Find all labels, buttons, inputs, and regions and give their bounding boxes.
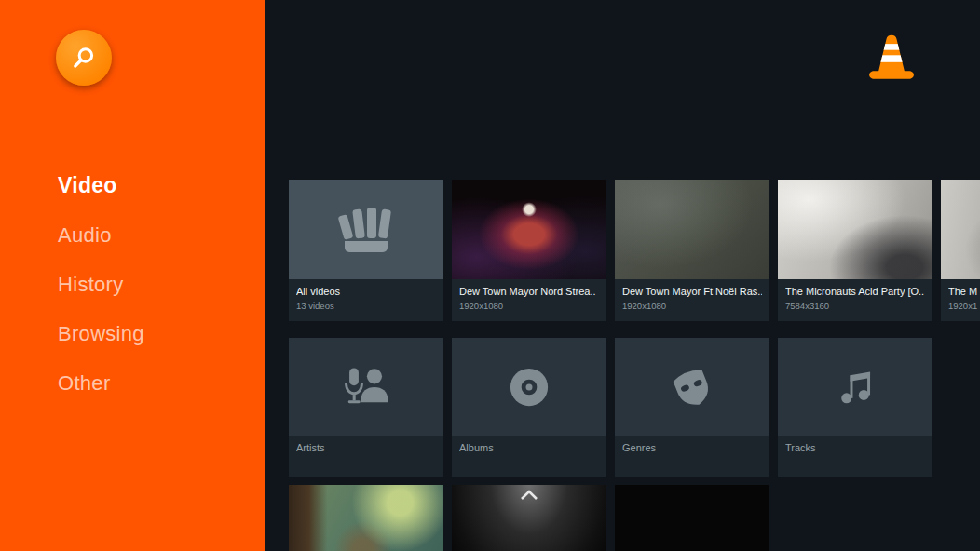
sidebar-menu: Video Audio History Browsing Other [58, 161, 144, 408]
card-video-nord-stream[interactable]: Dew Town Mayor Nord Strea.. 1920x1080 [452, 180, 606, 321]
card-title: Genres [622, 442, 762, 453]
card-title: All videos [296, 286, 436, 297]
card-subtitle: 13 videos [296, 301, 436, 311]
card-video-micronauts[interactable]: The Micronauts Acid Party [O.. 7584x3160 [778, 180, 932, 321]
card-video-noel[interactable]: Dew Town Mayor Ft Noël Ras.. 1920x1080 [615, 180, 769, 321]
chevron-up-icon [519, 489, 539, 502]
card-caption: Dew Town Mayor Ft Noël Ras.. 1920x1080 [615, 279, 769, 321]
card-title: Artists [296, 442, 436, 453]
sidebar-item-video[interactable]: Video [58, 161, 144, 210]
card-title: Dew Town Mayor Ft Noël Ras.. [622, 286, 762, 297]
tracks-thumbnail [778, 338, 932, 436]
card-video-clipped[interactable]: The M 1920x1 [941, 180, 980, 321]
card-subtitle: 1920x1080 [622, 301, 762, 311]
card-bottom-1[interactable] [289, 485, 443, 551]
video-stack-icon [332, 200, 401, 260]
card-caption: Tracks [778, 436, 932, 477]
vlc-cone-logo [864, 32, 919, 87]
card-albums[interactable]: Albums [452, 338, 606, 477]
card-bottom-2[interactable] [452, 485, 606, 551]
artists-thumbnail [289, 338, 443, 436]
bottom-row [289, 485, 769, 551]
card-subtitle: 1920x1080 [459, 301, 599, 311]
all-videos-thumbnail [289, 180, 443, 279]
sidebar-item-other[interactable]: Other [58, 358, 144, 408]
card-subtitle: 1920x1 [948, 301, 980, 311]
video-thumbnail [452, 180, 606, 279]
sidebar-item-history[interactable]: History [58, 260, 144, 309]
sidebar: Video Audio History Browsing Other [0, 0, 265, 551]
video-thumbnail [289, 485, 443, 551]
video-row: All videos 13 videos Dew Town Mayor Nord… [289, 180, 980, 321]
search-icon [70, 44, 98, 72]
sidebar-item-browsing[interactable]: Browsing [58, 309, 144, 358]
disc-icon [503, 361, 555, 413]
card-caption: Genres [615, 436, 769, 477]
video-thumbnail [941, 180, 980, 279]
card-title: The M [948, 286, 980, 297]
albums-thumbnail [452, 338, 606, 436]
mask-icon [665, 361, 719, 413]
card-subtitle: 7584x3160 [785, 301, 925, 311]
card-all-videos[interactable]: All videos 13 videos [289, 180, 443, 321]
card-caption: All videos 13 videos [289, 279, 443, 321]
card-title: Albums [459, 442, 599, 453]
card-caption: Albums [452, 436, 606, 477]
card-title: Dew Town Mayor Nord Strea.. [459, 286, 599, 297]
video-thumbnail [452, 485, 606, 551]
audio-category-row: Artists Albums [289, 338, 932, 477]
card-title: The Micronauts Acid Party [O.. [785, 286, 925, 297]
search-button[interactable] [56, 30, 112, 86]
card-artists[interactable]: Artists [289, 338, 443, 477]
video-thumbnail [778, 180, 932, 279]
card-caption: The M 1920x1 [941, 279, 980, 321]
sidebar-item-audio[interactable]: Audio [58, 210, 144, 260]
card-caption: Dew Town Mayor Nord Strea.. 1920x1080 [452, 279, 606, 321]
vlc-tv-app: Video Audio History Browsing Other [0, 0, 980, 551]
main-content: All videos 13 videos Dew Town Mayor Nord… [265, 0, 980, 551]
card-title: Tracks [785, 442, 925, 453]
video-thumbnail [615, 485, 769, 551]
card-genres[interactable]: Genres [615, 338, 769, 477]
card-bottom-3[interactable] [615, 485, 769, 551]
music-note-icon [830, 362, 880, 412]
video-thumbnail [615, 180, 769, 279]
card-caption: Artists [289, 436, 443, 477]
card-tracks[interactable]: Tracks [778, 338, 932, 477]
genres-thumbnail [615, 338, 769, 436]
card-caption: The Micronauts Acid Party [O.. 7584x3160 [778, 279, 932, 321]
microphone-person-icon [339, 363, 393, 411]
